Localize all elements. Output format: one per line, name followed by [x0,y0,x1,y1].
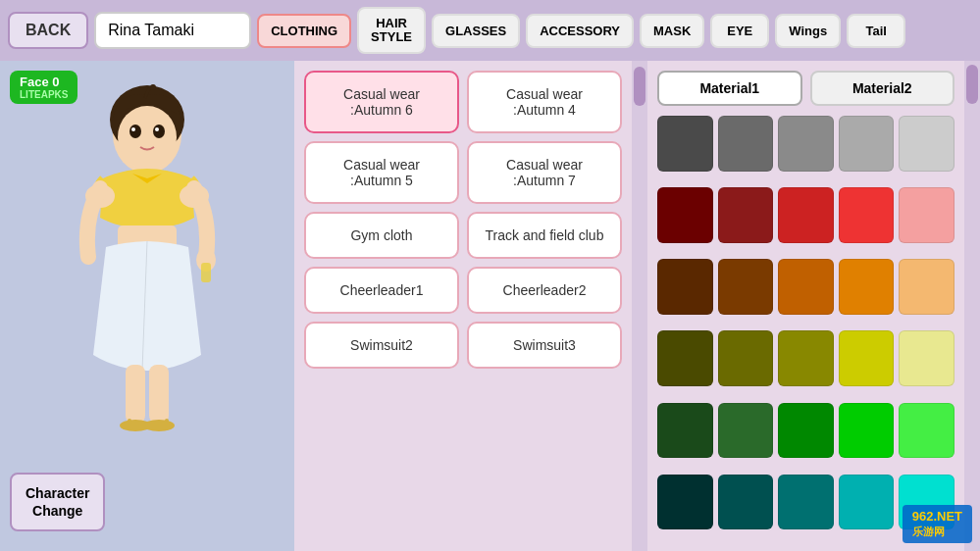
clothing-panel-wrapper: Casual wear :Autumn 6 Casual wear :Autum… [294,61,647,551]
clothing-item-casual-autumn-5[interactable]: Casual wear :Autumn 5 [304,141,459,204]
material2-tab[interactable]: Material2 [810,71,955,106]
clothing-row-5: Swimsuit2 Swimsuit3 [304,322,622,369]
color-swatch-4[interactable] [899,116,954,172]
svg-point-3 [118,106,177,169]
color-swatch-9[interactable] [899,187,954,243]
clothing-scroll-thumb[interactable] [634,67,645,106]
tab-eye[interactable]: EYE [710,14,769,48]
color-swatch-11[interactable] [718,259,774,315]
tab-glasses[interactable]: GLASSES [432,14,520,48]
color-swatch-17[interactable] [778,330,834,386]
clothing-item-casual-autumn-7[interactable]: Casual wear :Autumn 7 [467,141,622,204]
clothing-item-casual-autumn-4[interactable]: Casual wear :Autumn 4 [467,71,622,133]
color-swatch-22[interactable] [778,403,834,459]
back-button[interactable]: BACK [8,12,88,49]
tab-clothing[interactable]: CLOTHING [257,14,351,48]
svg-point-6 [131,127,135,131]
color-swatch-6[interactable] [718,187,774,243]
svg-rect-13 [201,263,211,282]
color-swatch-13[interactable] [839,259,895,315]
svg-point-4 [129,125,141,138]
watermark-site: 962 [912,509,934,524]
color-swatch-28[interactable] [839,475,895,530]
color-swatch-23[interactable] [839,403,895,459]
svg-rect-15 [149,365,169,424]
clothing-row-2: Casual wear :Autumn 5 Casual wear :Autum… [304,141,622,204]
clothing-row-4: Cheerleader1 Cheerleader2 [304,267,622,314]
color-swatch-8[interactable] [839,187,895,243]
watermark-sub: 乐游网 [912,526,945,537]
color-swatch-14[interactable] [899,259,954,315]
clothing-item-swimsuit2[interactable]: Swimsuit2 [304,322,459,369]
character-change-button[interactable]: Character Change [10,473,105,531]
clothing-item-gym-cloth[interactable]: Gym cloth [304,212,459,259]
svg-point-2 [150,84,156,90]
color-grid [657,116,954,541]
color-scroll-thumb[interactable] [966,65,978,104]
color-swatch-7[interactable] [778,187,834,243]
tab-hairstyle[interactable]: HAIR STYLE [357,7,426,55]
color-swatch-3[interactable] [839,116,895,172]
color-swatch-1[interactable] [718,116,774,172]
color-swatch-0[interactable] [657,116,713,172]
top-bar: BACK CLOTHING HAIR STYLE GLASSES ACCESSO… [0,0,980,61]
color-swatch-20[interactable] [657,403,713,459]
color-swatch-24[interactable] [899,403,954,459]
color-swatch-26[interactable] [718,475,774,530]
color-swatch-2[interactable] [778,116,834,172]
color-swatch-16[interactable] [718,330,774,386]
svg-point-18 [143,420,175,431]
clothing-item-casual-autumn-6[interactable]: Casual wear :Autumn 6 [304,71,459,133]
clothing-scrollbar[interactable] [632,61,647,551]
color-swatch-25[interactable] [657,475,713,530]
clothing-item-swimsuit3[interactable]: Swimsuit3 [467,322,622,369]
clothing-row-3: Gym cloth Track and field club [304,212,622,259]
color-swatch-15[interactable] [657,330,713,386]
svg-point-5 [153,125,165,138]
tab-accessory[interactable]: ACCESSORY [526,14,634,48]
color-swatch-19[interactable] [899,330,954,386]
character-figure [59,80,235,453]
clothing-item-track-field[interactable]: Track and field club [467,212,622,259]
character-svg [59,80,235,473]
clothing-list: Casual wear :Autumn 6 Casual wear :Autum… [294,61,632,551]
color-swatch-27[interactable] [778,475,834,530]
svg-rect-19 [165,419,169,430]
color-swatch-10[interactable] [657,259,713,315]
tab-tail[interactable]: Tail [847,14,905,48]
watermark: 962.NET 乐游网 [903,505,972,543]
tab-mask[interactable]: MASK [640,14,704,48]
main-area: Face 0 LITEAPKS [0,61,980,551]
color-swatch-21[interactable] [718,403,774,459]
clothing-item-cheerleader2[interactable]: Cheerleader2 [467,267,622,314]
svg-rect-14 [126,365,145,424]
material1-tab[interactable]: Material1 [657,71,802,106]
clothing-item-cheerleader1[interactable]: Cheerleader1 [304,267,459,314]
tab-wings[interactable]: Wings [775,14,841,48]
svg-rect-17 [128,419,131,430]
color-swatch-18[interactable] [839,330,895,386]
character-panel: Face 0 LITEAPKS [0,61,294,551]
color-panel: Material1 Material2 [647,61,964,551]
clothing-row-1: Casual wear :Autumn 6 Casual wear :Autum… [304,71,622,133]
color-swatch-5[interactable] [657,187,713,243]
color-swatch-12[interactable] [778,259,834,315]
character-name-input[interactable] [94,12,251,49]
watermark-net: .NET [933,509,962,524]
color-scrollbar[interactable] [964,61,980,551]
svg-point-7 [155,127,159,131]
material-tabs: Material1 Material2 [657,71,954,106]
